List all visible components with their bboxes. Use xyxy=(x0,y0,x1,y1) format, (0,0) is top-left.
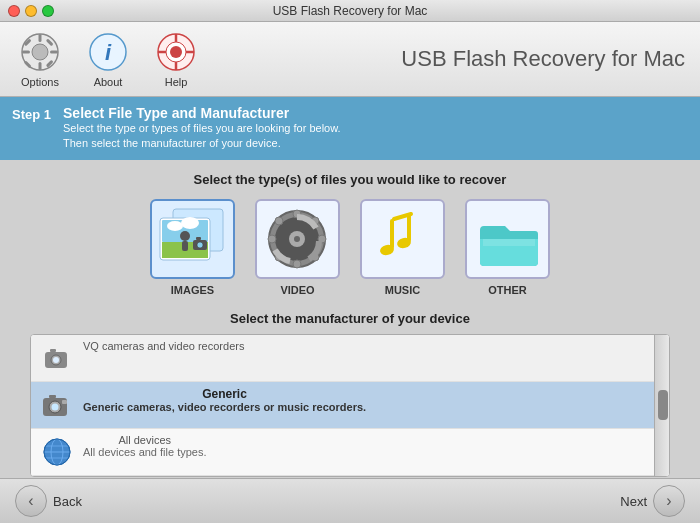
generic-text: Generic Generic cameras, video recorders… xyxy=(83,387,366,413)
mfr-item-generic[interactable]: Generic Generic cameras, video recorders… xyxy=(31,382,669,429)
vq-name: VQ cameras and video recorders xyxy=(83,340,244,352)
file-type-video[interactable]: VIDEO xyxy=(255,199,340,296)
step-label: Step 1 xyxy=(12,107,51,122)
minimize-button[interactable] xyxy=(25,5,37,17)
images-icon-wrap xyxy=(150,199,235,279)
music-label: MUSIC xyxy=(385,284,420,296)
svg-rect-54 xyxy=(62,400,67,404)
svg-rect-29 xyxy=(196,237,201,240)
svg-text:i: i xyxy=(105,40,112,65)
svg-point-25 xyxy=(180,231,190,241)
next-label: Next xyxy=(620,494,647,509)
toolbar: Options i About Help USB Flash Recover xyxy=(0,22,700,97)
mfr-item-all[interactable]: All devices All devices and file types. xyxy=(31,429,669,476)
generic-icon xyxy=(39,387,75,423)
back-button[interactable]: ‹ Back xyxy=(15,485,82,517)
vq-icon xyxy=(39,340,75,376)
help-label: Help xyxy=(165,76,188,88)
about-icon: i xyxy=(86,30,130,74)
vq-text: VQ cameras and video recorders xyxy=(83,340,244,352)
other-label: OTHER xyxy=(488,284,527,296)
manufacturer-heading: Select the manufacturer of your device xyxy=(15,311,685,326)
svg-point-14 xyxy=(170,46,182,58)
generic-name: Generic xyxy=(83,387,366,401)
svg-rect-26 xyxy=(182,241,188,251)
next-icon: › xyxy=(653,485,685,517)
step-desc-line2: Then select the manufacturer of your dev… xyxy=(63,136,341,151)
generic-desc: Generic cameras, video recorders or musi… xyxy=(83,401,366,413)
video-icon-wrap xyxy=(255,199,340,279)
step-heading: Select File Type and Manufacturer xyxy=(63,105,341,121)
close-button[interactable] xyxy=(8,5,20,17)
content-area: Select the type(s) of files you would li… xyxy=(0,160,700,485)
mfr-item-vq[interactable]: VQ cameras and video recorders xyxy=(31,335,669,382)
options-label: Options xyxy=(21,76,59,88)
music-icon-wrap xyxy=(360,199,445,279)
window-controls xyxy=(8,5,54,17)
images-label: IMAGES xyxy=(171,284,214,296)
file-types-heading: Select the type(s) of files you would li… xyxy=(15,172,685,187)
file-type-images[interactable]: IMAGES xyxy=(150,199,235,296)
svg-point-23 xyxy=(181,217,199,229)
file-type-other[interactable]: OTHER xyxy=(465,199,550,296)
window-title: USB Flash Recovery for Mac xyxy=(273,4,428,18)
help-button[interactable]: Help xyxy=(146,30,206,88)
about-button[interactable]: i About xyxy=(78,30,138,88)
svg-point-35 xyxy=(293,260,301,268)
file-type-section: Select the type(s) of files you would li… xyxy=(15,172,685,296)
svg-rect-3 xyxy=(39,62,42,70)
svg-point-28 xyxy=(197,242,203,248)
manufacturer-list: VQ cameras and video recorders Generic xyxy=(30,334,670,477)
other-icon-wrap xyxy=(465,199,550,279)
svg-rect-49 xyxy=(50,349,56,352)
options-button[interactable]: Options xyxy=(10,30,70,88)
all-devices-desc: All devices and file types. xyxy=(83,446,207,458)
about-label: About xyxy=(94,76,123,88)
app-title: USB Flash Recovery for Mac xyxy=(401,46,685,72)
svg-rect-2 xyxy=(39,34,42,42)
bottom-bar: ‹ Back Next › xyxy=(0,478,700,523)
svg-point-33 xyxy=(294,236,300,242)
svg-rect-5 xyxy=(50,51,58,54)
svg-point-48 xyxy=(53,357,59,363)
help-icon xyxy=(154,30,198,74)
title-bar: USB Flash Recovery for Mac xyxy=(0,0,700,22)
step-content: Select File Type and Manufacturer Select… xyxy=(63,105,341,152)
manufacturer-section: Select the manufacturer of your device V… xyxy=(15,311,685,477)
step-desc-line1: Select the type or types of files you ar… xyxy=(63,121,341,136)
svg-point-1 xyxy=(32,44,48,60)
svg-rect-44 xyxy=(407,214,411,242)
svg-point-22 xyxy=(167,221,183,231)
svg-point-52 xyxy=(52,403,59,410)
options-icon xyxy=(18,30,62,74)
maximize-button[interactable] xyxy=(42,5,54,17)
back-icon: ‹ xyxy=(15,485,47,517)
all-devices-icon xyxy=(39,434,75,470)
scrollbar-thumb[interactable] xyxy=(658,390,668,420)
svg-rect-42 xyxy=(390,219,394,249)
next-button[interactable]: Next › xyxy=(620,485,685,517)
svg-rect-4 xyxy=(22,51,30,54)
back-label: Back xyxy=(53,494,82,509)
file-type-music[interactable]: MUSIC xyxy=(360,199,445,296)
svg-point-36 xyxy=(268,235,276,243)
svg-rect-53 xyxy=(49,395,56,398)
file-types-list: IMAGES xyxy=(15,199,685,296)
all-devices-text: All devices All devices and file types. xyxy=(83,434,207,458)
video-label: VIDEO xyxy=(280,284,314,296)
all-devices-name: All devices xyxy=(83,434,207,446)
svg-point-38 xyxy=(275,217,283,225)
step-bar: Step 1 Select File Type and Manufacturer… xyxy=(0,97,700,160)
